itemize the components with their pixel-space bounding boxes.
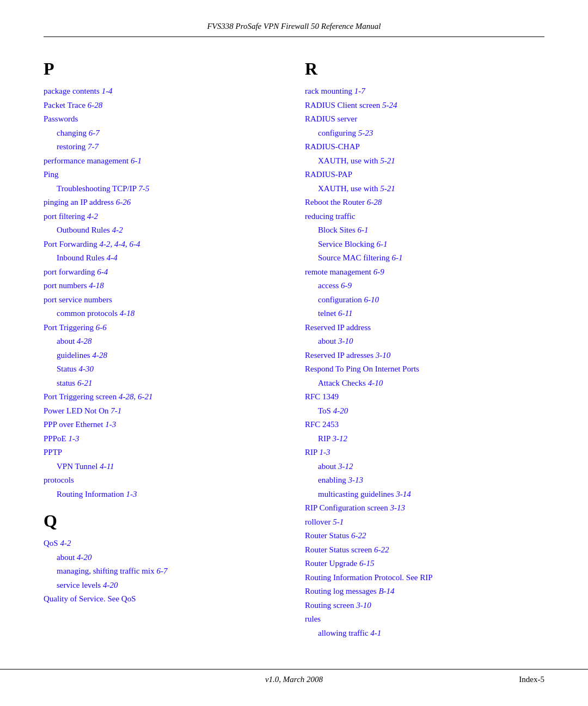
list-item: Power LED Not On 7-1 xyxy=(44,404,283,418)
section-p-letter: P xyxy=(44,59,283,79)
page-header-title: FVS338 ProSafe VPN Firewall 50 Reference… xyxy=(207,22,381,31)
list-item: guidelines 4-28 xyxy=(44,349,283,363)
list-item: restoring 7-7 xyxy=(44,140,283,154)
list-item: RADIUS server xyxy=(305,112,544,126)
list-item: Reboot the Router 6-28 xyxy=(305,196,544,210)
footer-version: v1.0, March 2008 xyxy=(265,675,323,684)
section-q-letter: Q xyxy=(44,511,283,531)
list-item: RFC 2453 xyxy=(305,418,544,432)
list-item: Block Sites 6-1 xyxy=(305,223,544,238)
list-item: PPP over Ethernet 1-3 xyxy=(44,418,283,432)
list-item: RADIUS-PAP xyxy=(305,168,544,182)
list-item: enabling 3-13 xyxy=(305,473,544,488)
list-item: RADIUS Client screen 5-24 xyxy=(305,99,544,113)
list-item: performance management 6-1 xyxy=(44,154,283,168)
list-item: status 6-21 xyxy=(44,376,283,391)
list-item: port forwarding 6-4 xyxy=(44,265,283,279)
list-item: Routing Information 1-3 xyxy=(44,488,283,502)
list-item: Routing screen 3-10 xyxy=(305,599,544,613)
list-item: RIP 3-12 xyxy=(305,432,544,446)
list-item: XAUTH, use with 5-21 xyxy=(305,182,544,196)
list-item: Port Triggering 6-6 xyxy=(44,321,283,335)
list-item: allowing traffic 4-1 xyxy=(305,626,544,641)
list-item: port filtering 4-2 xyxy=(44,210,283,224)
list-item: RIP 1-3 xyxy=(305,446,544,460)
list-item: RFC 1349 xyxy=(305,390,544,404)
list-item: rules xyxy=(305,612,544,626)
list-item: Port Forwarding 4-2, 4-4, 6-4 xyxy=(44,238,283,252)
list-item: Inbound Rules 4-4 xyxy=(44,251,283,265)
list-item: configuration 6-10 xyxy=(305,293,544,307)
list-item: Reserved IP address xyxy=(305,321,544,335)
list-item: Attack Checks 4-10 xyxy=(305,376,544,391)
list-item: Passwords xyxy=(44,112,283,126)
section-r-letter: R xyxy=(305,59,544,79)
list-item: pinging an IP address 6-26 xyxy=(44,196,283,210)
list-item: VPN Tunnel 4-11 xyxy=(44,460,283,474)
list-item: reducing traffic xyxy=(305,210,544,224)
list-item: multicasting guidelines 3-14 xyxy=(305,488,544,502)
list-item: package contents 1-4 xyxy=(44,84,283,99)
list-item: Router Status 6-22 xyxy=(305,529,544,543)
list-item: Reserved IP adresses 3-10 xyxy=(305,349,544,363)
list-item: Outbound Rules 4-2 xyxy=(44,223,283,238)
list-item: protocols xyxy=(44,473,283,488)
list-item: rack mounting 1-7 xyxy=(305,84,544,99)
list-item: Router Status screen 6-22 xyxy=(305,543,544,557)
list-item: about 4-28 xyxy=(44,334,283,349)
list-item: Respond To Ping On Internet Ports xyxy=(305,362,544,376)
list-item: managing, shifting traffic mix 6-7 xyxy=(44,564,283,579)
left-column: P package contents 1-4 Packet Trace 6-28… xyxy=(44,53,283,640)
footer-page-number: Index-5 xyxy=(519,675,544,684)
list-item: Packet Trace 6-28 xyxy=(44,99,283,113)
list-item: Troubleshooting TCP/IP 7-5 xyxy=(44,182,283,196)
list-item: Status 4-30 xyxy=(44,362,283,376)
list-item: QoS 4-2 xyxy=(44,537,283,551)
page-footer: v1.0, March 2008 Index-5 xyxy=(0,669,588,684)
list-item: PPTP xyxy=(44,446,283,460)
list-item: Routing Information Protocol. See RIP xyxy=(305,571,544,585)
list-item: Routing log messages B-14 xyxy=(305,585,544,599)
list-item: about 3-10 xyxy=(305,334,544,349)
list-item: RIP Configuration screen 3-13 xyxy=(305,501,544,515)
list-item: service levels 4-20 xyxy=(44,579,283,593)
list-item: Service Blocking 6-1 xyxy=(305,238,544,252)
list-item: Ping xyxy=(44,168,283,182)
right-column: R rack mounting 1-7 RADIUS Client screen… xyxy=(305,53,544,640)
list-item: about 3-12 xyxy=(305,460,544,474)
list-item: Source MAC filtering 6-1 xyxy=(305,251,544,265)
list-item: Port Triggering screen 4-28, 6-21 xyxy=(44,390,283,404)
list-item: PPPoE 1-3 xyxy=(44,432,283,446)
list-item: Quality of Service. See QoS xyxy=(44,592,283,606)
list-item: configuring 5-23 xyxy=(305,126,544,141)
list-item: rollover 5-1 xyxy=(305,515,544,530)
list-item: telnet 6-11 xyxy=(305,307,544,321)
list-item: ToS 4-20 xyxy=(305,404,544,418)
list-item: RADIUS-CHAP xyxy=(305,140,544,154)
list-item: Router Upgrade 6-15 xyxy=(305,557,544,571)
list-item: remote management 6-9 xyxy=(305,265,544,279)
list-item: XAUTH, use with 5-21 xyxy=(305,154,544,168)
list-item: changing 6-7 xyxy=(44,126,283,141)
list-item: port numbers 4-18 xyxy=(44,279,283,293)
list-item: port service numbers xyxy=(44,293,283,307)
list-item: access 6-9 xyxy=(305,279,544,293)
list-item: about 4-20 xyxy=(44,551,283,565)
list-item: common protocols 4-18 xyxy=(44,307,283,321)
